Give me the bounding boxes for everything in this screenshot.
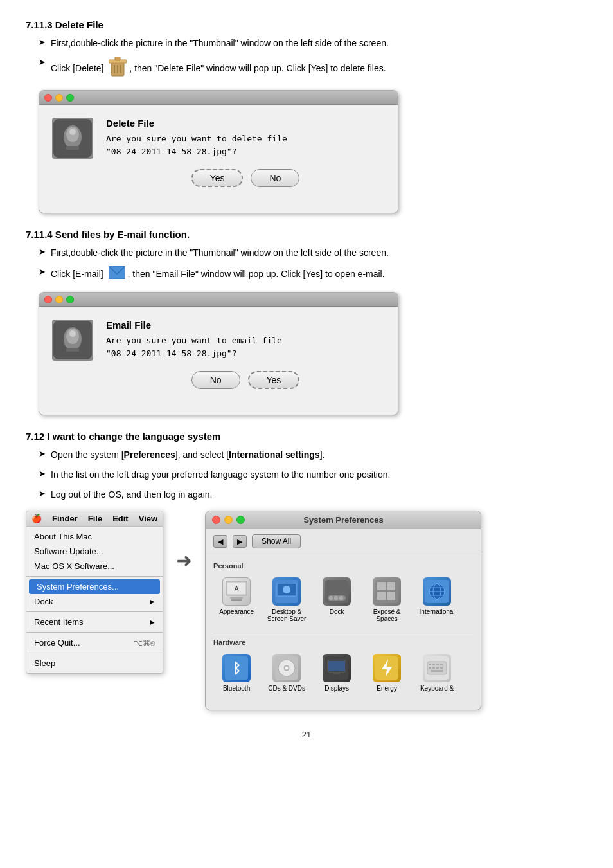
dock-pref-item[interactable]: Dock [314,575,360,625]
svg-rect-63 [429,667,431,669]
minimize-dot[interactable] [55,94,63,102]
energy-pref-item[interactable]: Energy [364,651,410,694]
bullet-text: Click [Delete] , then "Delete File" wind… [51,57,386,81]
dialog-app-icon [52,320,93,361]
sysprefs-body: Personal A Appear [206,554,481,710]
bullet-arrow: ➤ [39,57,46,67]
minimize-dot[interactable] [55,296,63,303]
close-button[interactable] [212,516,220,524]
delete-file-dialog: Delete File Are you sure you want to del… [39,90,398,213]
keyboard-label: Keyboard & [420,685,454,692]
finder-menubar: 🍎 Finder File Edit View [26,511,163,527]
menu-separator [26,632,163,633]
recent-items-item[interactable]: Recent Items ▶ [26,615,163,629]
forward-button[interactable]: ▶ [233,535,247,548]
expose-icon [373,577,401,606]
close-dot[interactable] [44,296,52,303]
menu-separator [26,576,163,577]
dialog-buttons: No Yes [106,371,385,402]
system-preferences-item[interactable]: System Preferences... [29,579,160,594]
bluetooth-label: Bluetooth [223,685,250,692]
dialog-buttons: Yes No [106,169,385,200]
yes-button[interactable]: Yes [248,371,300,389]
no-button[interactable]: No [191,371,240,389]
screenshot-area: 🍎 Finder File Edit View About This Mac S… [26,511,587,710]
hardware-divider [213,633,473,633]
mac-os-software-item[interactable]: Mac OS X Software... [26,559,163,574]
dock-icon [323,577,351,606]
zoom-button[interactable] [236,516,245,524]
dialog-titlebar [39,293,398,307]
bullet-text: Click [E-mail] , then "Email File" windo… [51,266,385,283]
bullet-1-lang: ➤ Open the system [Preferences], and sel… [39,448,587,462]
displays-label: Displays [324,685,349,692]
svg-rect-66 [440,667,443,669]
sysprefs-titlebar: System Preferences [206,511,481,529]
svg-rect-11 [62,150,83,152]
bluetooth-pref-item[interactable]: ᛒ Bluetooth [213,651,260,694]
finder-menu-item[interactable]: Finder [52,514,78,523]
international-pref-item[interactable]: International [414,575,460,625]
svg-rect-62 [440,664,443,665]
svg-rect-60 [432,664,435,665]
dialog-content: Delete File Are you sure you want to del… [106,118,385,200]
minimize-button[interactable] [224,516,233,524]
cds-pref-item[interactable]: CDs & DVDs [263,651,310,694]
force-quit-item[interactable]: Force Quit... ⌥⌘⎋ [26,635,163,650]
svg-rect-37 [387,592,395,600]
bullet-arrow: ➤ [39,469,46,478]
system-preferences-window: System Preferences ◀ ▶ Show All Personal [205,511,481,710]
displays-icon [323,654,351,682]
zoom-dot[interactable] [66,296,74,303]
no-button[interactable]: No [251,169,299,187]
section-7-11-3: 7.11.3 Delete File ➤ First,double-click … [26,19,587,213]
svg-rect-30 [329,596,333,600]
svg-rect-2 [115,57,120,60]
section-title-7-12: 7.12 I want to change the language syste… [26,431,587,442]
expose-pref-item[interactable]: Exposé &Spaces [364,575,410,625]
back-button[interactable]: ◀ [213,535,227,548]
sleep-item[interactable]: Sleep [26,656,163,671]
hardware-grid: ᛒ Bluetooth [213,651,473,694]
keyboard-icon [423,654,451,682]
dialog-message: Are you sure you want to email file "08-… [106,334,385,359]
close-dot[interactable] [44,94,52,102]
bullet-arrow: ➤ [39,489,46,498]
bullet-2-delete: ➤ Click [Delete] , then "Delete File" wi… [39,57,587,81]
appearance-label: Appearance [219,608,254,615]
desktop-label: Desktop &Screen Saver [267,608,306,622]
svg-rect-23 [231,599,242,601]
svg-rect-67 [431,670,443,672]
displays-pref-item[interactable]: Displays [314,651,360,694]
keyboard-pref-item[interactable]: Keyboard & [414,651,460,694]
edit-menu-item[interactable]: Edit [112,514,129,523]
dock-submenu-arrow: ▶ [150,598,155,605]
svg-rect-18 [62,352,83,354]
desktop-icon [272,577,301,606]
email-file-dialog: Email File Are you sure you want to emai… [39,292,398,415]
svg-rect-59 [429,664,431,665]
dialog-heading: Delete File [106,118,385,129]
dialog-app-icon [52,118,93,159]
personal-grid: A Appearance [213,575,473,625]
dialog-titlebar [39,91,398,105]
bullet-arrow: ➤ [39,247,46,257]
bullet-2-email: ➤ Click [E-mail] , then "Email File" win… [39,266,587,283]
svg-rect-61 [436,664,439,665]
appearance-icon: A [222,577,251,606]
software-update-item[interactable]: Software Update... [26,544,163,559]
email-button-icon [109,266,125,283]
zoom-dot[interactable] [66,94,74,102]
about-this-mac-item[interactable]: About This Mac [26,529,163,544]
menu-separator [26,653,163,653]
section-7-12: 7.12 I want to change the language syste… [26,431,587,710]
dock-item[interactable]: Dock ▶ [26,594,163,609]
bullet-arrow: ➤ [39,267,46,276]
file-menu-item[interactable]: File [88,514,102,523]
desktop-pref-item[interactable]: Desktop &Screen Saver [263,575,310,625]
apple-menu-icon[interactable]: 🍎 [31,514,42,523]
show-all-button[interactable]: Show All [252,534,301,548]
appearance-pref-item[interactable]: A Appearance [213,575,260,625]
view-menu-item[interactable]: View [139,514,157,523]
yes-button[interactable]: Yes [191,169,244,187]
